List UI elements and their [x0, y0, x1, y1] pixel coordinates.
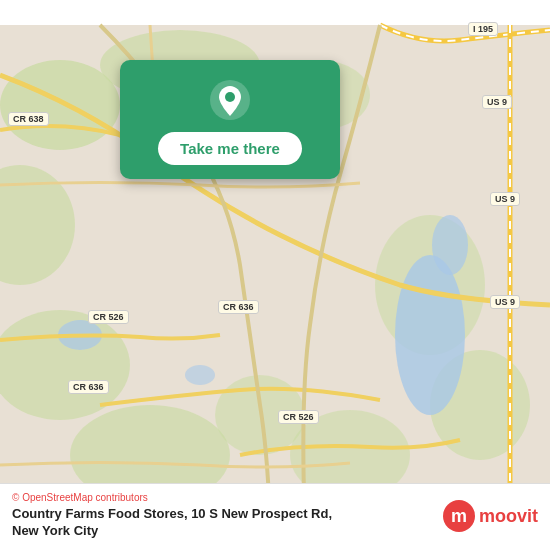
bottom-left-content: © OpenStreetMap contributors Country Far…	[12, 492, 433, 540]
location-card: Take me there	[120, 60, 340, 179]
svg-point-14	[185, 365, 215, 385]
svg-point-16	[225, 92, 235, 102]
svg-point-11	[395, 255, 465, 415]
road-label-cr636-top: CR 636	[218, 300, 259, 314]
place-name: Country Farms Food Stores, 10 S New Pros…	[12, 506, 433, 540]
road-label-i195: I 195	[468, 22, 498, 36]
moovit-wordmark: moovit	[479, 506, 538, 527]
take-me-there-button[interactable]: Take me there	[158, 132, 302, 165]
road-label-cr638: CR 638	[8, 112, 49, 126]
map-container: CR 638 CR 526 CR 636 CR 636 CR 526 I 195…	[0, 0, 550, 550]
moovit-m-icon: m	[443, 500, 475, 532]
road-label-us9-bot: US 9	[490, 295, 520, 309]
road-label-cr526-left: CR 526	[88, 310, 129, 324]
road-label-cr636-bottom: CR 636	[68, 380, 109, 394]
bottom-bar: © OpenStreetMap contributors Country Far…	[0, 483, 550, 550]
road-label-us9-top: US 9	[482, 95, 512, 109]
svg-point-1	[0, 60, 120, 150]
osm-attribution: © OpenStreetMap contributors	[12, 492, 433, 503]
moovit-logo: m moovit	[443, 500, 538, 532]
location-pin-icon	[208, 78, 252, 122]
road-label-cr526-right: CR 526	[278, 410, 319, 424]
copyright-symbol: ©	[12, 492, 19, 503]
road-label-us9-mid: US 9	[490, 192, 520, 206]
svg-point-12	[432, 215, 468, 275]
osm-text: OpenStreetMap contributors	[22, 492, 148, 503]
